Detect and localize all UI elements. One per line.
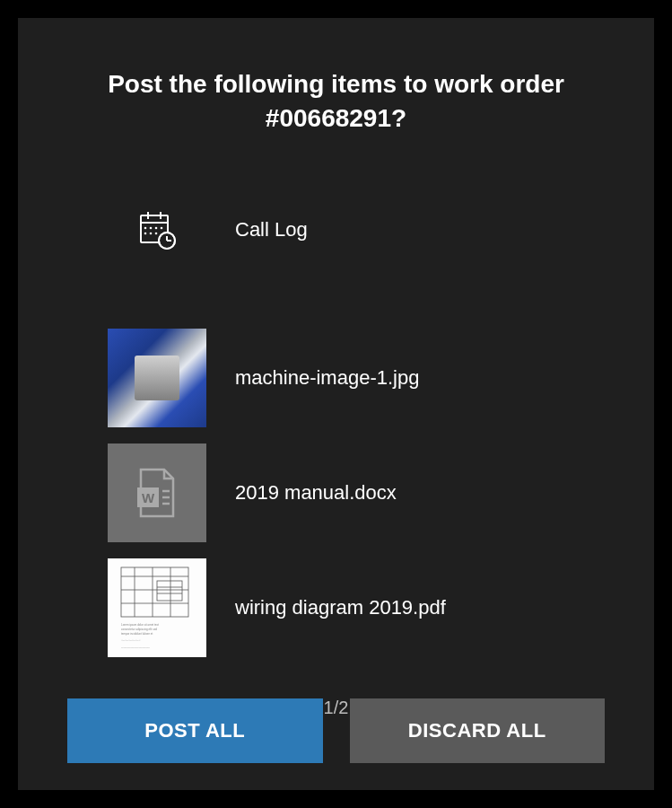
- svg-text:───────────────: ───────────────: [120, 646, 151, 649]
- word-file-icon: W: [108, 444, 206, 542]
- svg-point-7: [161, 226, 163, 229]
- title-line-1: Post the following items to work order: [108, 70, 564, 98]
- svg-point-5: [150, 226, 153, 229]
- svg-text:○─○─○─○─○─○: ○─○─○─○─○─○: [121, 638, 141, 642]
- svg-text:tempor incididunt labore et: tempor incididunt labore et: [121, 632, 153, 636]
- photo-thumbnail: [108, 329, 206, 427]
- dialog-title: Post the following items to work order #…: [18, 18, 654, 136]
- dialog-actions: POST ALL DISCARD ALL: [67, 698, 605, 763]
- discard-all-button[interactable]: DISCARD ALL: [350, 698, 606, 763]
- svg-text:W: W: [142, 490, 155, 505]
- item-label: 2019 manual.docx: [235, 481, 397, 505]
- svg-text:consectetur adipiscing elit se: consectetur adipiscing elit sed: [121, 628, 157, 631]
- list-item[interactable]: Lorem ipsum dolor sit amet text consecte…: [108, 558, 654, 657]
- svg-point-4: [144, 226, 147, 229]
- svg-point-8: [144, 232, 147, 234]
- svg-point-10: [155, 232, 158, 234]
- post-items-dialog: Post the following items to work order #…: [18, 18, 654, 790]
- list-item[interactable]: W 2019 manual.docx: [108, 444, 654, 542]
- calendar-clock-icon: [108, 180, 206, 279]
- svg-rect-20: [108, 558, 206, 657]
- svg-point-9: [150, 232, 153, 234]
- list-item[interactable]: Call Log: [108, 180, 654, 279]
- list-item[interactable]: machine-image-1.jpg: [108, 329, 654, 427]
- title-line-2: #00668291?: [266, 104, 406, 132]
- item-label: wiring diagram 2019.pdf: [235, 596, 446, 619]
- item-label: Call Log: [235, 218, 308, 242]
- item-label: machine-image-1.jpg: [235, 366, 419, 390]
- items-list: Call Log machine-image-1.jpg W 2019 manu…: [18, 180, 654, 673]
- diagram-thumbnail: Lorem ipsum dolor sit amet text consecte…: [108, 558, 206, 657]
- svg-text:Lorem ipsum dolor sit amet tex: Lorem ipsum dolor sit amet text: [121, 623, 159, 627]
- svg-point-6: [155, 226, 158, 229]
- post-all-button[interactable]: POST ALL: [67, 698, 323, 763]
